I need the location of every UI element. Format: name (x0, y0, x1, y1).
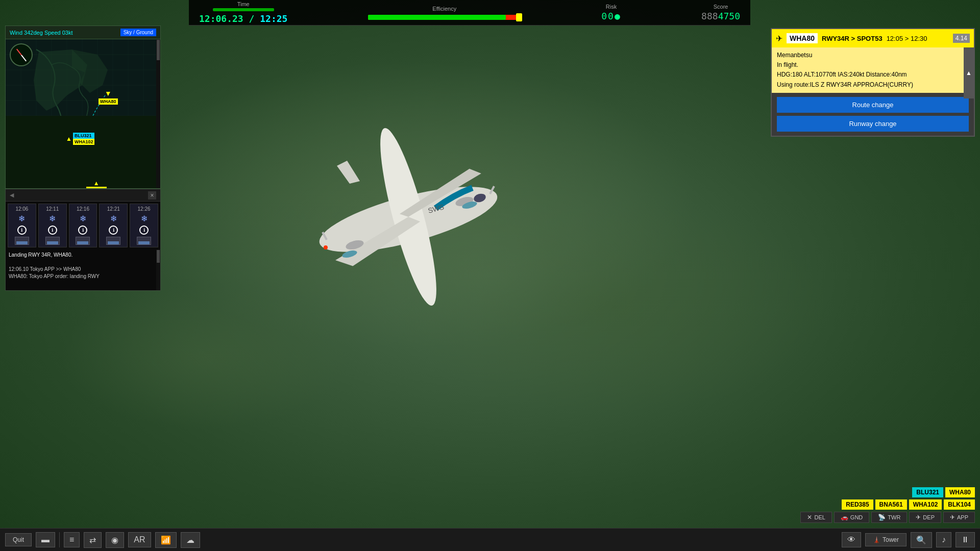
app-button[interactable]: ✈ APP (943, 512, 975, 523)
ar-label: AR (134, 535, 145, 544)
aircraft-tag-blu321[interactable]: BLU321 (912, 487, 943, 497)
slot-bar-0 (15, 237, 29, 245)
flight-plane-icon: ✈ (776, 34, 782, 43)
hud-time-label: Time (237, 1, 250, 7)
slot-circle-3: ℹ (109, 226, 118, 235)
timeline-slot-4[interactable]: 12:26 ❄ ℹ (130, 204, 158, 247)
aircraft-label-blu321: BLU321 (73, 133, 95, 139)
slot-bar-2 (76, 237, 90, 245)
binoculars-icon: 👁 (847, 535, 855, 544)
toolbar-radio-button[interactable]: ◉ (106, 532, 124, 548)
slot-time-0: 12:06 (15, 206, 28, 212)
svg-point-12 (324, 245, 328, 249)
log-scrollbar[interactable] (156, 249, 160, 290)
twr-button[interactable]: 📡 TWR (871, 512, 907, 523)
scroll-arrow-icon: ▲ (966, 69, 972, 77)
flight-panel-scroll[interactable]: ▲ (964, 47, 974, 98)
aircraft-icon-blk104: ▲ (93, 180, 100, 187)
aircraft-tag-wha80[interactable]: WHA80 (945, 487, 975, 497)
radar-panel: Wind 342deg Speed 03kt Sky / Ground (5, 26, 161, 189)
flight-status: In flight. (777, 60, 969, 70)
hud-efficiency-section: Efficiency (368, 6, 521, 20)
del-icon: ✕ (807, 514, 812, 521)
aircraft-label-wha102: WHA102 (73, 139, 95, 145)
sky-ground-button[interactable]: Sky / Ground (120, 29, 156, 36)
aircraft-tag-red385[interactable]: RED385 (842, 499, 873, 510)
slot-weather-3: ❄ (110, 214, 117, 223)
pause-button[interactable]: ⏸ (955, 532, 975, 547)
slot-bar-4 (137, 237, 151, 245)
gnd-label: GND (850, 514, 863, 520)
binoculars-button[interactable]: 👁 (842, 532, 861, 547)
toolbar-left: Quit ▬ ≡ ⇄ ◉ AR 📶 ☁ (5, 532, 200, 548)
timeline-slot-2[interactable]: 12:16 ❄ ℹ (69, 204, 97, 247)
toolbar-window-button[interactable]: ▬ (36, 532, 55, 547)
del-label: DEL (814, 514, 825, 520)
slot-bar-3 (106, 237, 120, 245)
flight-route-info: Using route:ILS Z RWY34R APPROACH(CURRY) (777, 80, 969, 90)
flight-time-range: 12:05 > 12:30 (887, 35, 927, 42)
route-change-button[interactable]: Route change (777, 97, 969, 113)
timeline-slot-3[interactable]: 12:21 ❄ ℹ (99, 204, 128, 247)
slot-time-4: 12:26 (138, 206, 151, 212)
flight-airport: Memanbetsu (777, 51, 969, 60)
quit-button[interactable]: Quit (5, 533, 32, 546)
toolbar-ar-button[interactable]: AR (128, 532, 151, 547)
aircraft-marker-wha80[interactable]: ▲ WHA80 (99, 90, 118, 105)
timeline-slot-0[interactable]: 12:06 ❄ ℹ (8, 204, 36, 247)
slot-circle-2: ℹ (78, 226, 87, 235)
log-message-2: 12:06.10 Tokyo APP >> WHA80 (9, 266, 157, 273)
signal-icon: 📶 (161, 536, 171, 544)
music-button[interactable]: ♪ (936, 532, 951, 547)
aircraft-marker-blk104[interactable]: ▲ BLK104 (86, 180, 107, 188)
tower-icon: 🗼 (873, 536, 880, 543)
aircraft-tag-bna561[interactable]: BNA561 (875, 499, 907, 510)
slot-circle-4: ℹ (139, 226, 149, 235)
flight-callsign[interactable]: WHA80 (787, 33, 818, 43)
search-button[interactable]: 🔍 (911, 532, 932, 548)
toolbar-route-button[interactable]: ⇄ (84, 532, 102, 548)
radar-wind-info: Wind 342deg Speed 03kt (10, 30, 73, 36)
efficiency-bar-fill (368, 15, 506, 20)
toolbar-signal-button[interactable]: 📶 (155, 532, 177, 548)
aircraft-tag-wha102[interactable]: WHA102 (909, 499, 942, 510)
slot-time-2: 12:16 (77, 206, 89, 212)
log-message-3: WHA80: Tokyo APP order: landing RWY (9, 273, 157, 280)
slot-bar-1 (45, 237, 60, 245)
top-hud: Time 12:06.23 / 12:25 Efficiency Risk 00… (189, 0, 750, 26)
flight-hdg-info: HDG:180 ALT:10770ft IAS:240kt Distance:4… (777, 70, 969, 80)
timeline-close-button[interactable]: × (148, 191, 156, 199)
dep-button[interactable]: ✈ DEP (909, 512, 941, 523)
flight-route: RWY34R > SPOT53 (822, 35, 883, 42)
toolbar-list-button[interactable]: ≡ (64, 532, 80, 547)
toolbar-divider-1 (59, 532, 60, 547)
timeline-slot-1[interactable]: 12:11 ❄ ℹ (38, 204, 67, 247)
app-label: APP (957, 514, 968, 520)
radar-scroll-thumb (157, 40, 160, 60)
toolbar-center: 👁 🗼 Tower 🔍 ♪ ⏸ (842, 532, 975, 548)
tower-button[interactable]: 🗼 Tower (865, 533, 906, 546)
gnd-button[interactable]: 🚗 GND (834, 512, 869, 523)
del-button[interactable]: ✕ DEL (800, 512, 831, 523)
radio-icon: ◉ (111, 536, 118, 544)
slot-weather-1: ❄ (49, 214, 56, 223)
message-log: Landing RWY 34R, WHA80. 12:06.10 Tokyo A… (6, 249, 160, 290)
aircraft-tag-blk104[interactable]: BLK104 (944, 499, 975, 510)
twr-icon: 📡 (878, 514, 886, 521)
flight-panel-body: Memanbetsu In flight. HDG:180 ALT:10770f… (772, 47, 974, 93)
slot-weather-4: ❄ (141, 214, 148, 223)
hud-time-value: 12:06.23 / 12:25 (199, 13, 287, 24)
radar-canvas[interactable]: ▲ WHA80 ▲ BLU321 WHA102 ▲ BLK104 (6, 39, 160, 188)
toolbar-cloud-button[interactable]: ☁ (181, 532, 200, 548)
hud-efficiency-label: Efficiency (432, 6, 456, 12)
hud-score-label: Score (714, 4, 728, 10)
radar-scrollbar[interactable] (156, 39, 160, 188)
compass (10, 43, 33, 66)
runway-change-button[interactable]: Runway change (777, 116, 969, 132)
aircraft-marker-blu321[interactable]: ▲ BLU321 WHA102 (66, 133, 94, 145)
compass-needle (16, 48, 26, 61)
flight-panel-actions: Route change Runway change (772, 93, 974, 136)
app-icon: ✈ (950, 514, 955, 521)
twr-label: TWR (888, 514, 900, 520)
dep-icon: ✈ (916, 514, 921, 521)
